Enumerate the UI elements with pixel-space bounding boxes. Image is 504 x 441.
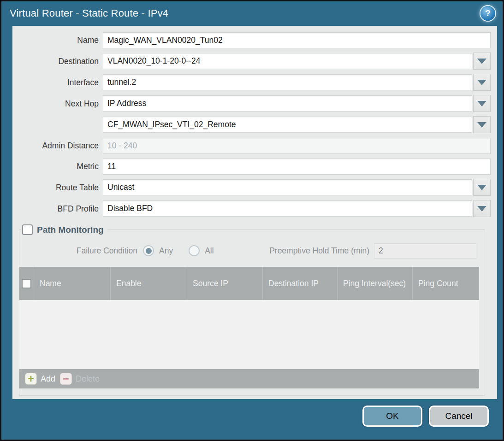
table-header-row: Name Enable Source IP Destination IP Pin… [19, 267, 479, 300]
bfd-profile-row: BFD Profile [13, 200, 491, 217]
next-hop-label: Next Hop [13, 99, 103, 109]
name-input[interactable] [103, 32, 491, 48]
path-monitoring-legend: Path Monitoring [21, 224, 107, 235]
name-label: Name [13, 35, 103, 45]
help-icon-glyph: ? [485, 8, 491, 18]
help-icon[interactable]: ? [480, 6, 495, 21]
failure-condition-option-all: All [189, 245, 213, 256]
destination-row: Destination [13, 53, 491, 70]
chevron-down-icon [477, 80, 486, 85]
chevron-down-icon [477, 185, 486, 190]
route-table-label: Route Table [13, 183, 103, 193]
table-toolbar: + Add − Delete [19, 369, 479, 388]
next-hop-row: Next Hop [13, 95, 491, 112]
path-monitoring-section: Path Monitoring Failure Condition Any Al… [19, 224, 485, 396]
admin-distance-label: Admin Distance [13, 141, 103, 151]
destination-dropdown-button[interactable] [473, 53, 491, 70]
bfd-profile-dropdown-button[interactable] [473, 200, 491, 217]
interface-row: Interface [13, 74, 491, 91]
path-monitoring-title: Path Monitoring [37, 225, 104, 235]
column-header-source-ip: Source IP [187, 267, 263, 300]
chevron-down-icon [477, 122, 486, 128]
preemptive-hold-time-label: Preemptive Hold Time (min) [269, 246, 374, 256]
column-header-ping-count: Ping Count [413, 267, 479, 300]
path-monitoring-table: Name Enable Source IP Destination IP Pin… [19, 267, 479, 388]
chevron-down-icon [477, 59, 486, 64]
chevron-down-icon [477, 101, 486, 106]
bfd-profile-label: BFD Profile [13, 204, 103, 214]
cancel-button[interactable]: Cancel [429, 406, 489, 427]
radio-any[interactable] [143, 245, 154, 256]
failure-condition-option-any: Any [143, 245, 173, 256]
table-header-checkbox-cell [19, 267, 34, 300]
add-button[interactable]: + Add [25, 373, 55, 385]
column-header-name: Name [34, 267, 111, 300]
chevron-down-icon [477, 206, 486, 212]
delete-button[interactable]: − Delete [60, 373, 100, 385]
select-all-checkbox[interactable] [22, 279, 31, 288]
form-panel: Name Destination Interface [12, 26, 497, 399]
add-plus-icon: + [25, 373, 37, 385]
destination-input[interactable] [103, 53, 472, 69]
delete-button-label: Delete [76, 374, 100, 384]
failure-condition-label: Failure Condition [19, 246, 143, 256]
ok-button[interactable]: OK [362, 406, 422, 427]
name-row: Name [13, 32, 491, 48]
route-table-dropdown-button[interactable] [473, 179, 491, 196]
radio-any-label: Any [159, 246, 173, 256]
radio-all[interactable] [189, 245, 200, 256]
column-header-enable: Enable [111, 267, 187, 300]
metric-row: Metric [13, 159, 491, 175]
preemptive-hold-time-input[interactable] [374, 243, 476, 259]
dialog-title-bar: Virtual Router - Static Route - IPv4 ? [1, 1, 503, 25]
metric-input[interactable] [103, 159, 491, 175]
table-body-empty [19, 300, 479, 369]
next-hop-type-input[interactable] [103, 95, 472, 112]
route-table-input[interactable] [103, 179, 472, 195]
column-header-ping-interval: Ping Interval(sec) [338, 267, 413, 300]
bfd-profile-input[interactable] [103, 200, 472, 217]
admin-distance-input[interactable] [103, 138, 491, 154]
path-monitoring-checkbox[interactable] [22, 224, 33, 235]
route-table-row: Route Table [13, 179, 491, 196]
add-button-label: Add [41, 374, 55, 384]
radio-all-label: All [205, 246, 213, 256]
interface-input[interactable] [103, 74, 472, 90]
next-hop-type-dropdown-button[interactable] [473, 95, 491, 112]
next-hop-address-row [13, 117, 491, 133]
interface-label: Interface [13, 78, 103, 88]
destination-label: Destination [13, 57, 103, 66]
dialog-title: Virtual Router - Static Route - IPv4 [10, 7, 480, 19]
metric-label: Metric [13, 162, 103, 171]
interface-dropdown-button[interactable] [473, 74, 491, 91]
static-route-dialog: Virtual Router - Static Route - IPv4 ? N… [0, 0, 504, 441]
column-header-destination-ip: Destination IP [263, 267, 338, 300]
failure-condition-row: Failure Condition Any All Preemptive Hol… [19, 242, 476, 259]
dialog-footer: OK Cancel [1, 399, 503, 440]
next-hop-address-dropdown-button[interactable] [473, 116, 491, 133]
next-hop-address-input[interactable] [103, 117, 472, 133]
admin-distance-row: Admin Distance [13, 138, 491, 154]
delete-minus-icon: − [60, 373, 72, 385]
